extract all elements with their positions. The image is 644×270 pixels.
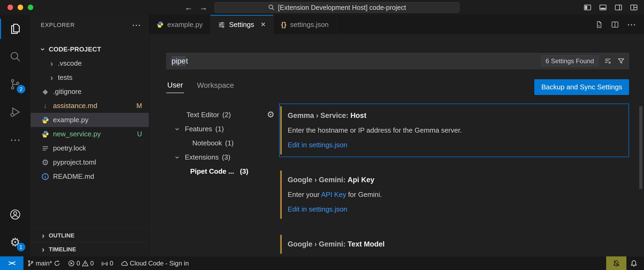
search-text-selected: pipe <box>171 56 186 66</box>
remote-indicator[interactable]: >< <box>0 256 23 270</box>
account-icon <box>9 208 21 221</box>
notifications-item[interactable] <box>626 256 644 270</box>
back-icon[interactable]: ← <box>185 3 193 12</box>
tree-item-new-service-py[interactable]: new_service.py U <box>31 127 149 141</box>
setting-gemma-service-host[interactable]: ⚙ Gemma › Service: Host Enter the hostna… <box>279 104 629 157</box>
tree-item-readme-md[interactable]: README.md <box>31 169 149 184</box>
settings-search-input[interactable]: pipet 6 Settings Found <box>166 53 629 69</box>
timeline-section-header[interactable]: › TIMELINE <box>31 242 149 256</box>
edit-in-settings-json-link[interactable]: Edit in settings.json <box>288 205 347 213</box>
tree-item-example-py[interactable]: example.py <box>31 113 149 127</box>
chevron-down-icon: › <box>173 153 182 161</box>
file-label: assistance.md <box>53 102 97 110</box>
toc-item-extensions[interactable]: › Extensions (3) <box>166 150 273 164</box>
do-not-disturb-item[interactable] <box>606 256 626 270</box>
tree-item-tests[interactable]: › tests <box>31 70 149 85</box>
api-key-link[interactable]: API Key <box>321 190 346 198</box>
activity-bar: 2 ⋯ ⚙ 1 <box>0 15 31 256</box>
more-views-icon[interactable]: ⋯ <box>0 126 31 154</box>
command-center[interactable]: [Extension Development Host] code-projec… <box>214 2 459 13</box>
git-branch-item[interactable]: main* <box>23 256 64 270</box>
edit-in-settings-json-link[interactable]: Edit in settings.json <box>288 141 347 149</box>
chevron-down-icon: › <box>39 45 48 53</box>
toggle-primary-sidebar-icon[interactable] <box>583 3 592 12</box>
toc-item-features[interactable]: › Features (1) <box>166 122 273 136</box>
file-label: pyproject.toml <box>53 158 96 166</box>
tree-item-pyproject-toml[interactable]: ⚙ pyproject.toml <box>31 155 149 169</box>
editor-group: example.py Settings ✕ {} settings.json ⋯… <box>149 15 644 256</box>
branch-label: main* <box>36 260 52 267</box>
toc-item-pipet-code[interactable]: Pipet Code ... (3) <box>166 164 273 178</box>
toggle-panel-icon[interactable] <box>599 3 607 12</box>
file-label: tests <box>58 73 72 82</box>
setting-google-gemini-text-model[interactable]: Google › Gemini: Text Model <box>279 232 629 256</box>
backup-sync-settings-button[interactable]: Backup and Sync Settings <box>534 79 629 95</box>
more-actions-icon[interactable]: ⋯ <box>627 19 636 30</box>
open-settings-json-icon[interactable] <box>595 21 603 29</box>
problems-item[interactable]: 0 0 <box>64 256 97 270</box>
settings-gear-activity-icon[interactable]: ⚙ 1 <box>0 228 31 256</box>
run-debug-activity-icon[interactable] <box>0 98 31 126</box>
setting-category: Gemma › Service: <box>288 112 350 120</box>
maximize-window-button[interactable] <box>28 5 33 10</box>
tree-item-gitignore[interactable]: ◆ .gitignore <box>31 85 149 99</box>
tree-root-code-project[interactable]: › CODE-PROJECT <box>31 42 149 56</box>
clear-filters-icon[interactable] <box>604 57 612 65</box>
ports-item[interactable]: 0 <box>97 256 117 270</box>
broadcast-icon <box>101 260 108 267</box>
file-label: README.md <box>53 172 94 181</box>
close-window-button[interactable] <box>7 5 13 10</box>
timeline-label: TIMELINE <box>49 246 76 253</box>
split-editor-icon[interactable] <box>611 21 619 29</box>
tab-example-py[interactable]: example.py <box>149 15 210 34</box>
modified-indicator <box>280 235 282 254</box>
setting-title: Google › Gemini: Api Key <box>288 176 621 184</box>
source-control-activity-icon[interactable]: 2 <box>0 70 31 98</box>
filter-icon[interactable] <box>617 57 625 65</box>
forward-icon[interactable]: → <box>199 3 207 12</box>
setting-name: Text Model <box>348 240 385 248</box>
toc-label: Pipet Code ... <box>190 167 234 176</box>
settings-badge: 1 <box>17 243 25 251</box>
scope-tab-user[interactable]: User <box>166 81 184 93</box>
outline-section-header[interactable]: › OUTLINE <box>31 228 149 242</box>
toc-count: (1) <box>215 125 224 133</box>
tab-settings[interactable]: Settings ✕ <box>210 15 274 34</box>
file-label: .gitignore <box>53 88 81 96</box>
cloud-code-item[interactable]: Cloud Code - Sign in <box>117 256 192 270</box>
setting-title: Google › Gemini: Text Model <box>288 240 621 248</box>
settings-editor: pipet 6 Settings Found User Workspace Ba… <box>149 34 644 256</box>
files-icon <box>9 23 21 35</box>
chevron-right-icon: › <box>48 59 56 68</box>
search-text: t <box>186 57 188 65</box>
toggle-secondary-sidebar-icon[interactable] <box>614 3 623 12</box>
search-activity-icon[interactable] <box>0 43 31 70</box>
modified-indicator <box>280 170 282 219</box>
setting-google-gemini-api-key[interactable]: Google › Gemini: Api Key Enter your API … <box>279 168 629 221</box>
explorer-more-actions-icon[interactable]: ⋯ <box>132 20 141 30</box>
accounts-icon[interactable] <box>0 201 31 228</box>
tree-item-poetry-lock[interactable]: poetry.lock <box>31 141 149 155</box>
toc-item-notebook[interactable]: Notebook (1) <box>166 136 273 150</box>
tree-item-assistance-md[interactable]: ↓ assistance.md M <box>31 99 149 113</box>
scrollbar-thumb[interactable] <box>639 106 642 189</box>
scope-tab-workspace[interactable]: Workspace <box>196 81 235 93</box>
minimize-window-button[interactable] <box>18 5 23 10</box>
tab-label: example.py <box>167 21 203 29</box>
root-folder-label: CODE-PROJECT <box>49 46 101 53</box>
json-braces-icon: {} <box>281 21 286 29</box>
toc-label: Text Editor <box>186 111 219 119</box>
tab-settings-json[interactable]: {} settings.json <box>274 15 336 34</box>
chevron-right-icon: › <box>39 245 47 254</box>
bell-slash-icon <box>613 260 620 267</box>
toc-item-text-editor[interactable]: Text Editor (2) <box>166 108 273 122</box>
explorer-activity-icon[interactable] <box>0 15 31 43</box>
command-center-title: [Extension Development Host] code-projec… <box>278 4 406 11</box>
setting-actions-gear-icon[interactable]: ⚙ <box>267 109 275 120</box>
toc-label: Features <box>185 125 212 133</box>
close-tab-icon[interactable]: ✕ <box>260 21 266 28</box>
cloud-icon <box>121 260 128 267</box>
toc-count: (1) <box>225 139 234 147</box>
customize-layout-icon[interactable] <box>630 3 638 12</box>
tree-item-vscode[interactable]: › .vscode <box>31 56 149 70</box>
